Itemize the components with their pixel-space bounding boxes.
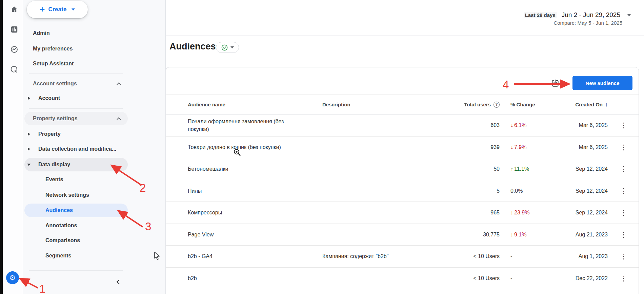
sidebar-item-data-collection[interactable]: Data collection and modifica... xyxy=(23,142,166,156)
sidebar-item-account[interactable]: Account xyxy=(23,91,166,105)
sidebar-item-network-settings[interactable]: Network settings xyxy=(23,188,166,202)
trend-up-arrow-icon: ↑ xyxy=(510,165,513,173)
sidebar-item-admin[interactable]: Admin xyxy=(23,26,166,40)
sidebar-item-comparisons[interactable]: Comparisons xyxy=(23,234,166,247)
plus-icon: + xyxy=(40,5,45,14)
row-menu-kebab-icon[interactable]: ⋮ xyxy=(620,246,628,267)
audience-name: Бетономешалки xyxy=(188,158,300,180)
sidebar-item-segments[interactable]: Segments xyxy=(23,249,166,262)
total-users-value: 939 xyxy=(434,136,500,158)
sidebar-item-annotations[interactable]: Annotations xyxy=(23,219,166,232)
advertising-icon[interactable] xyxy=(7,63,21,76)
total-users-value: 603 xyxy=(434,114,500,136)
date-range-picker[interactable]: Last 28 days Jun 2 - Jun 29, 2025 Compar… xyxy=(524,11,631,26)
row-menu-kebab-icon[interactable]: ⋮ xyxy=(620,136,628,158)
table-row[interactable]: b2b< 10 Users-Dec 22, 2022⋮ xyxy=(166,268,639,290)
chevron-right-icon xyxy=(28,147,30,151)
created-on-value: Aug 1, 2023 xyxy=(552,246,608,267)
col-header-created-on[interactable]: Created On ↓ xyxy=(552,95,608,114)
created-on-value: Mar 6, 2025 xyxy=(552,114,608,136)
divider xyxy=(29,270,123,271)
sidebar-item-property[interactable]: Property xyxy=(23,127,166,141)
admin-sidebar: + Create Admin My preferences Setup Assi… xyxy=(23,0,166,294)
col-header-total-users: Total users ? xyxy=(434,95,500,114)
trend-down-arrow-icon: ↓ xyxy=(510,231,513,238)
header-divider xyxy=(166,36,644,36)
sort-descending-icon: ↓ xyxy=(605,101,608,108)
total-users-value: < 10 Users xyxy=(434,268,500,289)
table-row[interactable]: Компрессоры965↓23.9%Sep 12, 2024⋮ xyxy=(166,202,639,224)
explore-icon[interactable] xyxy=(7,43,21,56)
table-row[interactable]: Товари додано в кошик (без покупки)939↓7… xyxy=(166,136,639,159)
new-audience-button[interactable]: New audience xyxy=(572,76,632,90)
audience-status-dropdown[interactable] xyxy=(216,42,239,53)
page-title: Audiences xyxy=(169,41,216,52)
audience-name: Компрессоры xyxy=(188,202,300,224)
col-header-audience-name: Audience name xyxy=(188,95,300,114)
row-menu-kebab-icon[interactable]: ⋮ xyxy=(620,180,628,202)
total-users-value: 5 xyxy=(434,180,500,202)
import-audience-icon[interactable] xyxy=(550,78,560,88)
created-on-value: Sep 12, 2024 xyxy=(552,158,608,180)
chevron-down-icon xyxy=(72,8,75,10)
sidebar-section-property-settings[interactable]: Property settings xyxy=(23,112,166,125)
date-compare-value: Compare: May 5 - Jun 1, 2025 xyxy=(524,20,622,26)
sidebar-section-account-settings[interactable]: Account settings xyxy=(23,77,166,90)
screen-edge xyxy=(0,0,3,294)
table-row[interactable]: b2b - GA4Кампания: содержит "b2b"< 10 Us… xyxy=(166,246,639,268)
trend-down-arrow-icon: ↓ xyxy=(510,121,513,129)
chevron-up-icon xyxy=(117,82,121,87)
total-users-value: < 10 Users xyxy=(434,246,500,267)
total-users-value: 30,775 xyxy=(434,224,500,246)
total-users-value: 50 xyxy=(434,158,500,180)
check-circle-icon xyxy=(221,44,228,51)
home-icon[interactable] xyxy=(7,3,21,16)
sidebar-item-data-display[interactable]: Data display xyxy=(23,158,166,171)
row-menu-kebab-icon[interactable]: ⋮ xyxy=(620,114,628,136)
sidebar-item-events[interactable]: Events xyxy=(23,173,166,186)
audience-name: b2b xyxy=(188,268,300,289)
table-row[interactable]: Почали оформлення замовлення (без покупк… xyxy=(166,114,639,136)
divider xyxy=(29,108,123,109)
audience-name: Пилы xyxy=(188,180,300,202)
table-row[interactable]: Page View30,775↓9.1%Aug 21, 2023⋮ xyxy=(166,224,639,246)
audience-name: b2b - GA4 xyxy=(188,246,300,267)
divider xyxy=(29,74,123,74)
trend-down-arrow-icon: ↓ xyxy=(510,143,513,151)
created-on-value: Mar 6, 2025 xyxy=(552,136,608,158)
trend-down-arrow-icon: ↓ xyxy=(510,209,513,216)
sidebar-item-setup-assistant[interactable]: Setup Assistant xyxy=(23,57,166,70)
audience-name: Page View xyxy=(188,224,300,246)
chevron-down-icon xyxy=(230,46,234,48)
chevron-down-icon xyxy=(27,164,31,166)
table-row[interactable]: Пилы50.0%Sep 12, 2024⋮ xyxy=(166,180,639,202)
table-row[interactable]: Бетономешалки50↑11.1%Sep 12, 2024⋮ xyxy=(166,158,639,180)
row-menu-kebab-icon[interactable]: ⋮ xyxy=(620,268,628,289)
row-menu-kebab-icon[interactable]: ⋮ xyxy=(620,202,628,224)
help-icon[interactable]: ? xyxy=(494,102,500,108)
table-header-row: Audience name Description Total users ? … xyxy=(166,94,639,114)
sidebar-item-audiences[interactable]: Audiences xyxy=(23,204,166,217)
row-menu-kebab-icon[interactable]: ⋮ xyxy=(620,158,628,180)
left-icon-rail: ⚙ xyxy=(3,0,23,294)
row-menu-kebab-icon[interactable]: ⋮ xyxy=(620,224,628,246)
created-on-value: Dec 22, 2022 xyxy=(552,268,608,289)
total-users-value: 965 xyxy=(434,202,500,224)
admin-gear-button[interactable]: ⚙ xyxy=(6,271,19,284)
chevron-down-icon xyxy=(627,14,631,16)
audience-name: Товари додано в кошик (без покупки) xyxy=(188,136,300,158)
date-preset-label: Last 28 days xyxy=(524,12,557,18)
audience-table-body: Почали оформлення замовлення (без покупк… xyxy=(166,114,639,289)
audience-name: Почали оформлення замовлення (без покупк… xyxy=(188,114,300,136)
create-button[interactable]: + Create xyxy=(27,1,88,18)
created-on-value: Sep 12, 2024 xyxy=(552,180,608,202)
sidebar-item-my-preferences[interactable]: My preferences xyxy=(23,42,166,56)
audiences-card: New audience Audience name Description T… xyxy=(166,67,639,294)
reports-icon[interactable] xyxy=(7,23,21,36)
collapse-sidebar-chevron-left-icon[interactable] xyxy=(114,277,124,287)
created-on-value: Sep 12, 2024 xyxy=(552,202,608,224)
chevron-right-icon xyxy=(28,132,30,136)
created-on-value: Aug 21, 2023 xyxy=(552,224,608,246)
create-button-label: Create xyxy=(48,6,67,13)
date-range-value: Jun 2 - Jun 29, 2025 xyxy=(562,11,620,19)
